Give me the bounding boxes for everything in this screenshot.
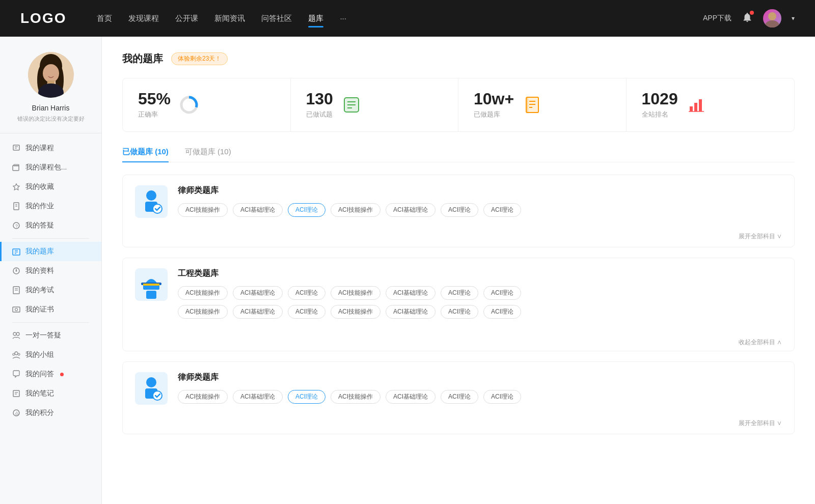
course-icon <box>12 144 20 152</box>
sidebar-item-favorites[interactable]: 我的收藏 <box>0 177 101 197</box>
sidebar-item-label: 我的笔记 <box>25 389 54 398</box>
nav-open-course[interactable]: 公开课 <box>175 12 198 25</box>
tag[interactable]: ACI基础理论 <box>233 203 283 217</box>
tag[interactable]: ACI技能操作 <box>331 286 381 300</box>
nav-discover[interactable]: 发现课程 <box>128 12 159 25</box>
main-content: 我的题库 体验剩余23天！ 55% 正确率 <box>102 37 815 504</box>
stat-correct-rate: 55% 正确率 <box>123 78 291 131</box>
sidebar-item-points[interactable]: 点 我的积分 <box>0 403 101 423</box>
profile-name: Brian Harris <box>32 104 70 112</box>
tag[interactable]: ACI技能操作 <box>331 203 381 217</box>
tag[interactable]: ACI理论 <box>441 286 478 300</box>
tag[interactable]: ACI理论 <box>483 390 521 404</box>
stat-value-banks: 10w+ <box>474 91 514 107</box>
tag[interactable]: ACI理论 <box>288 286 325 300</box>
one-on-one-icon <box>12 331 20 340</box>
tab-done[interactable]: 已做题库 (10) <box>122 147 169 162</box>
svg-point-61 <box>146 190 156 201</box>
logo: LOGO <box>20 10 66 26</box>
stat-done-questions: 130 已做试题 <box>291 78 459 131</box>
tag[interactable]: ACI技能操作 <box>178 390 228 404</box>
tag[interactable]: ACI理论 <box>483 203 521 217</box>
sidebar-divider <box>12 238 89 239</box>
svg-rect-57 <box>694 103 697 111</box>
sidebar-item-course-pack[interactable]: 我的课程包... <box>0 158 101 177</box>
nav-news[interactable]: 新闻资讯 <box>214 12 245 25</box>
user-avatar[interactable] <box>763 9 781 27</box>
tag[interactable]: ACI技能操作 <box>178 305 228 319</box>
svg-rect-68 <box>146 291 156 299</box>
sidebar-profile: Brian Harris 错误的决定比没有决定要好 <box>0 52 101 133</box>
stat-value-rank: 1029 <box>642 91 678 107</box>
svg-point-33 <box>16 332 19 335</box>
tag[interactable]: ACI基础理论 <box>386 390 436 404</box>
sidebar: Brian Harris 错误的决定比没有决定要好 我的课程 我的课程包... <box>0 37 102 504</box>
tag[interactable]: ACI基础理论 <box>386 286 436 300</box>
sidebar-item-course[interactable]: 我的课程 <box>0 138 101 158</box>
app-download[interactable]: APP下载 <box>703 14 731 23</box>
tag[interactable]: ACI基础理论 <box>233 390 283 404</box>
svg-point-0 <box>768 12 776 20</box>
donut-chart-icon <box>179 95 199 115</box>
stat-rank: 1029 全站排名 <box>627 78 795 131</box>
expand-link-1[interactable]: 展开全部科目 ∨ <box>123 232 794 247</box>
tag[interactable]: ACI理论 <box>483 305 521 319</box>
tab-available[interactable]: 可做题库 (10) <box>185 147 231 162</box>
bank-name-1: 律师类题库 <box>178 185 782 196</box>
homework-icon <box>12 202 20 210</box>
tag[interactable]: ACI理论 <box>483 286 521 300</box>
tag[interactable]: ACI理论 <box>288 305 325 319</box>
nav-more[interactable]: ··· <box>340 12 346 25</box>
sidebar-item-label: 我的作业 <box>25 202 54 211</box>
sidebar-item-data[interactable]: 我的资料 <box>0 261 101 281</box>
sidebar-item-notes[interactable]: 我的笔记 <box>0 384 101 403</box>
page-header: 我的题库 体验剩余23天！ <box>122 52 795 66</box>
sidebar-item-group[interactable]: 我的小组 <box>0 345 101 365</box>
tag[interactable]: ACI理论 <box>441 305 478 319</box>
tag[interactable]: ACI基础理论 <box>386 203 436 217</box>
nav-qa[interactable]: 问答社区 <box>261 12 292 25</box>
sidebar-item-one-on-one[interactable]: 一对一答疑 <box>0 326 101 345</box>
tag[interactable]: ACI基础理论 <box>233 286 283 300</box>
sidebar-item-label: 我的小组 <box>25 350 54 359</box>
sidebar-item-exam[interactable]: 我的考试 <box>0 281 101 300</box>
expand-link-3[interactable]: 展开全部科目 ∨ <box>123 419 794 434</box>
sidebar-item-homework[interactable]: 我的作业 <box>0 197 101 216</box>
user-menu-chevron[interactable]: ▾ <box>792 15 795 22</box>
tag[interactable]: ACI技能操作 <box>331 305 381 319</box>
tag[interactable]: ACI理论 <box>441 390 478 404</box>
tag-active[interactable]: ACI理论 <box>288 203 325 217</box>
cert-icon <box>12 305 20 314</box>
collapse-link-2[interactable]: 收起全部科目 ∧ <box>123 334 794 351</box>
sidebar-item-label: 我的问答 <box>25 370 54 379</box>
bank-tags-3: ACI技能操作 ACI基础理论 ACI理论 ACI技能操作 ACI基础理论 AC… <box>178 390 782 404</box>
svg-point-1 <box>765 20 779 27</box>
tag[interactable]: ACI技能操作 <box>178 286 228 300</box>
sidebar-item-label: 我的课程 <box>25 144 54 153</box>
tag[interactable]: ACI技能操作 <box>178 203 228 217</box>
bell-button[interactable] <box>742 12 753 25</box>
note-book-icon <box>522 95 542 115</box>
sidebar-item-my-qa[interactable]: 我的问答 <box>0 365 101 384</box>
sidebar-item-label: 我的考试 <box>25 286 54 295</box>
star-icon <box>12 183 20 191</box>
nav-bank[interactable]: 题库 <box>308 12 323 25</box>
tag[interactable]: ACI基础理论 <box>386 305 436 319</box>
tag[interactable]: ACI技能操作 <box>331 390 381 404</box>
tag[interactable]: ACI基础理论 <box>233 305 283 319</box>
sidebar-item-cert[interactable]: 我的证书 <box>0 300 101 319</box>
nav-home[interactable]: 首页 <box>97 12 112 25</box>
svg-text:?: ? <box>15 223 18 229</box>
tag-active[interactable]: ACI理论 <box>288 390 325 404</box>
tag[interactable]: ACI理论 <box>441 203 478 217</box>
nav-links: 首页 发现课程 公开课 新闻资讯 问答社区 题库 ··· <box>97 12 703 25</box>
svg-point-70 <box>146 377 156 387</box>
sidebar-item-questions[interactable]: ? 我的答疑 <box>0 216 101 235</box>
sidebar-item-bank[interactable]: 我的题库 <box>0 242 101 261</box>
bank-tags-2a: ACI技能操作 ACI基础理论 ACI理论 ACI技能操作 ACI基础理论 AC… <box>178 286 782 300</box>
svg-rect-37 <box>13 390 19 397</box>
points-icon: 点 <box>12 409 20 417</box>
stat-done-banks: 10w+ 已做题库 <box>458 78 627 131</box>
bank-icon <box>12 247 20 256</box>
svg-point-44 <box>184 100 194 109</box>
